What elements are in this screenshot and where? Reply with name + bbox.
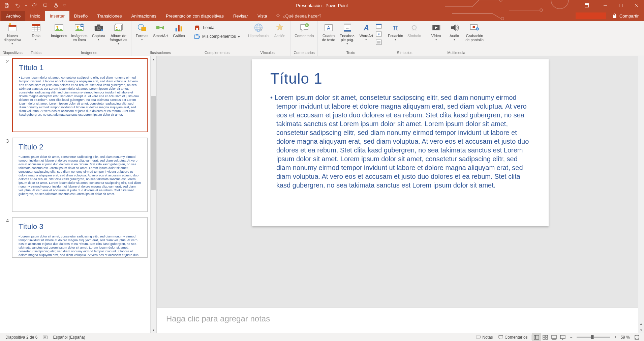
thumbnail-scrollbar[interactable]: ▴ ▾: [150, 56, 156, 333]
slide-indicator[interactable]: Diapositiva 2 de 6: [3, 333, 40, 341]
video-button[interactable]: Vídeo ▾: [427, 22, 445, 42]
account-name[interactable]: [576, 12, 606, 19]
svg-rect-35: [196, 34, 198, 36]
tell-me-search[interactable]: ¿Qué desea hacer?: [275, 11, 321, 21]
svg-rect-70: [560, 335, 565, 339]
comment-button[interactable]: Comentario: [293, 22, 315, 38]
minimize-button[interactable]: [597, 0, 613, 11]
scroll-up-button[interactable]: ▴: [151, 56, 156, 62]
fit-to-window-button[interactable]: [633, 333, 641, 341]
svg-rect-43: [344, 24, 351, 25]
header-footer-button[interactable]: abc Encabez. pie pág. ▾: [338, 22, 357, 46]
thumb-body: Lorem ipsum dolor sit amet, consetetur s…: [19, 234, 141, 258]
scroll-handle[interactable]: [151, 96, 156, 190]
slide-thumbnail-4[interactable]: Título 3 Lorem ipsum dolor sit amet, con…: [12, 217, 148, 258]
spellcheck-button[interactable]: [40, 333, 50, 341]
svg-point-9: [614, 14, 615, 16]
svg-rect-66: [546, 335, 548, 337]
new-slide-button[interactable]: Nueva diapositiva ▾: [2, 22, 23, 46]
tab-design[interactable]: Diseño: [69, 11, 92, 21]
thumb-title: Título 3: [19, 222, 141, 231]
touch-mode-button[interactable]: [51, 1, 61, 10]
zoom-in-button[interactable]: +: [613, 333, 618, 341]
table-button[interactable]: Tabla ▾: [27, 22, 45, 42]
zoom-out-button[interactable]: −: [569, 333, 574, 341]
audio-icon: [449, 22, 460, 33]
reading-view-button[interactable]: [550, 333, 558, 341]
svg-point-17: [77, 26, 79, 28]
slide-thumbnail-3[interactable]: Título 2 Lorem ipsum dolor sit amet, con…: [12, 138, 148, 212]
next-slide-button[interactable]: ⏷: [638, 327, 644, 333]
chart-button[interactable]: Gráfico: [170, 22, 188, 38]
store-button[interactable]: Tienda: [192, 24, 242, 32]
workspace: 2 Título 1 Lorem ipsum dolor sit amet, c…: [0, 56, 644, 333]
group-links-label: Vínculos: [246, 50, 288, 56]
pictures-label: Imágenes: [51, 34, 67, 38]
tab-view[interactable]: Vista: [253, 11, 272, 21]
tab-home[interactable]: Inicio: [25, 11, 45, 21]
object-button[interactable]: [376, 39, 382, 45]
screen-recording-button[interactable]: Grabación de pantalla: [464, 22, 485, 42]
start-from-beginning-button[interactable]: [40, 1, 50, 10]
notes-pane[interactable]: Haga clic para agregar notas: [157, 308, 644, 333]
tab-slideshow[interactable]: Presentación con diapositivas: [161, 11, 228, 21]
tab-animations[interactable]: Animaciones: [126, 11, 161, 21]
comment-label: Comentario: [295, 34, 314, 38]
screenshot-button[interactable]: Captura ▾: [90, 22, 108, 42]
normal-view-button[interactable]: [532, 333, 541, 341]
svg-rect-67: [543, 338, 545, 339]
ribbon-display-options-button[interactable]: [580, 0, 593, 11]
slideshow-view-button[interactable]: [558, 333, 567, 341]
tab-transitions[interactable]: Transiciones: [92, 11, 126, 21]
pictures-icon: [54, 22, 64, 33]
equation-button[interactable]: π Ecuación ▾: [386, 22, 405, 42]
photo-album-button[interactable]: Álbum de fotografías ▾: [108, 22, 129, 46]
qat-customize-button[interactable]: [62, 1, 67, 10]
group-comments: Comentario Comentarios: [291, 21, 318, 56]
redo-button[interactable]: [30, 1, 39, 10]
share-button[interactable]: Compartir: [609, 11, 641, 21]
my-addins-button[interactable]: Mis complementos ▾: [192, 32, 242, 40]
svg-rect-20: [97, 25, 100, 26]
close-button[interactable]: [628, 0, 644, 11]
date-time-button[interactable]: [376, 23, 382, 29]
tab-insert[interactable]: Insertar: [45, 11, 69, 21]
undo-more-button[interactable]: [24, 1, 28, 10]
online-pictures-button[interactable]: Imágenes en línea: [69, 22, 89, 42]
save-button[interactable]: [2, 1, 11, 10]
tab-review[interactable]: Revisar: [228, 11, 253, 21]
slide-canvas[interactable]: Título 1 Lorem ipsum dolor sit amet, con…: [252, 59, 549, 226]
vertical-scrollbar[interactable]: ⏶ ⏷: [638, 56, 644, 333]
shapes-button[interactable]: Formas ▾: [133, 22, 151, 42]
svg-rect-31: [178, 25, 180, 32]
wordart-button[interactable]: A WordArt ▾: [358, 22, 375, 42]
slide-thumbnail-2[interactable]: Título 1 Lorem ipsum dolor sit amet, con…: [12, 58, 148, 132]
undo-button[interactable]: [13, 1, 22, 10]
zoom-slider[interactable]: [577, 337, 610, 338]
comments-toggle[interactable]: Comentarios: [496, 333, 530, 341]
group-media: Vídeo ▾ Audio ▾ Grabación de pantalla Mu…: [425, 21, 487, 56]
scroll-down-button[interactable]: ▾: [151, 327, 156, 333]
new-slide-label: Nueva diapositiva: [4, 34, 21, 42]
audio-button[interactable]: Audio ▾: [446, 22, 463, 42]
tab-file[interactable]: Archivo: [1, 11, 25, 21]
slide-number-button[interactable]: #: [376, 31, 382, 37]
prev-slide-button[interactable]: ⏶: [638, 321, 644, 327]
svg-rect-33: [196, 28, 198, 30]
slide-title[interactable]: Título 1: [270, 70, 530, 87]
zoom-level[interactable]: 59 %: [618, 333, 633, 341]
online-pictures-icon: [74, 22, 85, 33]
svg-rect-62: [476, 336, 480, 338]
smartart-button[interactable]: SmartArt: [152, 22, 170, 38]
maximize-button[interactable]: [613, 0, 628, 11]
zoom-handle[interactable]: [591, 335, 593, 339]
action-label: Acción: [274, 34, 285, 38]
pictures-button[interactable]: Imágenes: [49, 22, 69, 38]
language-indicator[interactable]: Español (España): [50, 333, 88, 341]
notes-toggle[interactable]: Notas: [473, 333, 495, 341]
textbox-button[interactable]: A Cuadro de texto: [320, 22, 337, 42]
slide-body[interactable]: Lorem ipsum dolor sit amet, consetetur s…: [270, 93, 530, 190]
sorter-view-button[interactable]: [541, 333, 550, 341]
ribbon: Nueva diapositiva ▾ Diapositivas Tabla ▾…: [0, 21, 644, 56]
comment-icon: [299, 22, 310, 33]
